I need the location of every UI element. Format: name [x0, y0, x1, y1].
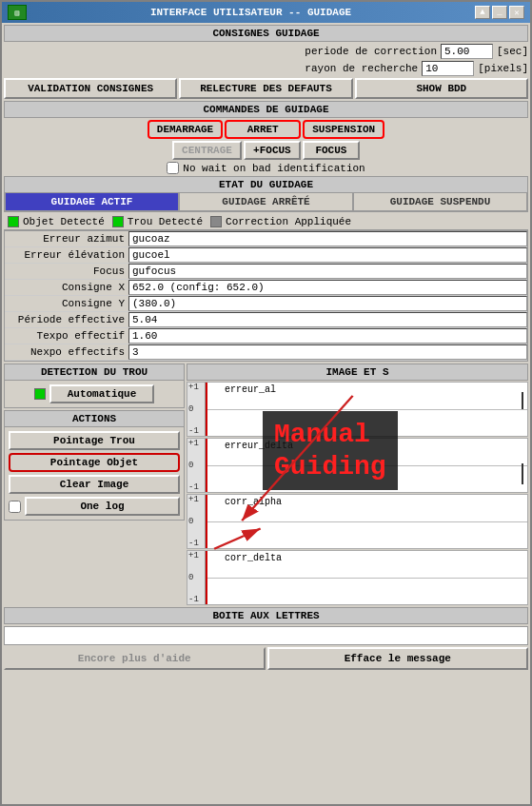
- trou-label: Trou Detecté: [128, 216, 203, 227]
- consigne-x-label: Consigne X: [5, 281, 128, 294]
- main-content: CONSIGNES GUIDAGE periode de correction …: [2, 23, 530, 804]
- relecture-defauts-button[interactable]: RELECTURE DES DEFAUTS: [179, 78, 352, 99]
- demarrage-button[interactable]: DEMARRAGE: [148, 120, 223, 139]
- consigne-y-value: (380.0): [128, 296, 527, 311]
- show-bdd-button[interactable]: SHOW BDD: [355, 78, 528, 99]
- title-bar: ▤ INTERFACE UTILISATEUR -- GUIDAGE ▲ _ ✕: [2, 2, 530, 23]
- arret-button[interactable]: ARRET: [225, 120, 301, 139]
- chart3-y-plus: +1: [188, 495, 204, 504]
- consigne-y-label: Consigne Y: [5, 297, 128, 310]
- maximize-button[interactable]: _: [492, 6, 507, 19]
- boite-content: [4, 626, 528, 645]
- title-bar-buttons: ▲ _ ✕: [475, 6, 524, 19]
- chart2-bar: [206, 439, 207, 492]
- one-log-checkbox[interactable]: [9, 501, 21, 513]
- focus-button[interactable]: FOCUS: [303, 141, 360, 160]
- one-log-button[interactable]: One log: [25, 497, 180, 516]
- chart1-bar: [206, 383, 207, 436]
- actions-section: ACTIONS Pointage Trou Pointage Objet Cle…: [4, 410, 185, 521]
- auto-led: [34, 388, 46, 400]
- chart-corr-alpha: +1 0 -1 corr_alpha: [187, 494, 528, 549]
- chart3-bar: [206, 495, 207, 548]
- boite-header: BOITE AUX LETTRES: [4, 607, 528, 624]
- detection-content: Automatique: [5, 381, 184, 407]
- footer-row: Encore plus d'aide Efface le message: [4, 647, 528, 670]
- chart1-y-plus: +1: [188, 383, 204, 392]
- chart3-y-minus: -1: [188, 539, 204, 548]
- correction-led: [210, 216, 222, 227]
- periode-eff-label: Période effective: [5, 313, 128, 326]
- no-wait-label: No wait on bad identification: [183, 163, 365, 174]
- texpo-label: Texpo effectif: [5, 329, 128, 343]
- data-section: Erreur azimut gucoaz Erreur élévation gu…: [4, 230, 528, 362]
- chart1-spike: [522, 392, 523, 409]
- chart1-y-minus: -1: [188, 426, 204, 436]
- focus-row: Focus gufocus: [5, 264, 527, 280]
- suspension-button[interactable]: SUSPENSION: [303, 120, 384, 139]
- chart1-y-zero: 0: [188, 404, 204, 414]
- pointage-trou-button[interactable]: Pointage Trou: [9, 431, 180, 450]
- guidage-arrete-button[interactable]: GUIDAGE ARRÊTÉ: [179, 192, 353, 211]
- no-wait-checkbox[interactable]: [167, 162, 179, 174]
- efface-message-button[interactable]: Efface le message: [267, 647, 529, 670]
- detection-section: DETECTION DU TROU Automatique: [4, 364, 185, 408]
- erreur-elevation-value: gucoel: [128, 247, 527, 263]
- validation-row: VALIDATION CONSIGNES RELECTURE DES DEFAU…: [4, 78, 528, 99]
- guidage-suspendu-button[interactable]: GUIDAGE SUSPENDU: [353, 192, 527, 211]
- correction-label: Correction Appliquée: [226, 216, 351, 227]
- focus-label: Focus: [5, 265, 128, 278]
- etat-header: ETAT DU GUIDAGE: [5, 177, 527, 192]
- state-buttons-row: GUIDAGE ACTIF GUIDAGE ARRÊTÉ GUIDAGE SUS…: [5, 192, 527, 211]
- image-et-header: IMAGE ET S: [187, 364, 528, 381]
- nexpo-row: Nexpo effectifs 3: [5, 344, 527, 361]
- chart3-center-line: [206, 521, 527, 522]
- chart2-y-zero: 0: [188, 461, 204, 470]
- objet-label: Objet Detecté: [23, 216, 105, 227]
- periode-row: periode de correction [sec]: [4, 44, 528, 59]
- indicators-row: Objet Detecté Trou Detecté Correction Ap…: [4, 214, 528, 230]
- close-button[interactable]: ✕: [509, 6, 524, 19]
- chart4-y-zero: 0: [188, 573, 204, 582]
- left-panel: DETECTION DU TROU Automatique ACTIONS Po…: [4, 364, 185, 605]
- rayon-label: rayon de recherche: [4, 63, 422, 74]
- plus-focus-button[interactable]: +FOCUS: [244, 141, 301, 160]
- consigne-x-row: Consigne X 652.0 (config: 652.0): [5, 280, 527, 296]
- rayon-unit: [pixels]: [474, 63, 528, 74]
- chart3-y-zero: 0: [188, 517, 204, 526]
- title-text: INTERFACE UTILISATEUR -- GUIDAGE: [150, 7, 351, 18]
- clear-image-button[interactable]: Clear Image: [9, 475, 180, 494]
- trou-led: [112, 216, 124, 227]
- objet-led: [8, 216, 19, 227]
- commandes-btn-row2: CENTRAGE +FOCUS FOCUS: [4, 141, 528, 160]
- periode-eff-value: 5.04: [128, 312, 527, 327]
- one-log-row: One log: [9, 497, 180, 516]
- nexpo-value: 3: [128, 344, 527, 360]
- pointage-objet-button[interactable]: Pointage Objet: [9, 453, 180, 472]
- title-bar-icon: ▤: [8, 5, 27, 20]
- encore-aide-button[interactable]: Encore plus d'aide: [4, 647, 266, 670]
- chart1-label: erreur_al: [225, 384, 276, 395]
- validation-consignes-button[interactable]: VALIDATION CONSIGNES: [4, 78, 177, 99]
- auto-button[interactable]: Automatique: [49, 384, 154, 403]
- texpo-row: Texpo effectif 1.60: [5, 328, 527, 344]
- chart1-y-labels: +1 0 -1: [187, 383, 205, 436]
- detection-header: DETECTION DU TROU: [5, 364, 184, 381]
- rayon-input[interactable]: [422, 61, 474, 76]
- main-window: ▤ INTERFACE UTILISATEUR -- GUIDAGE ▲ _ ✕…: [0, 0, 532, 806]
- auto-row: Automatique: [9, 384, 180, 403]
- erreur-elevation-label: Erreur élévation: [5, 248, 128, 262]
- minimize-button[interactable]: ▲: [475, 6, 490, 19]
- nexpo-label: Nexpo effectifs: [5, 345, 128, 359]
- chart4-center-line: [206, 578, 527, 579]
- chart4-body: corr_delta: [205, 551, 527, 604]
- chart2-y-labels: +1 0 -1: [187, 439, 205, 492]
- centrage-button[interactable]: CENTRAGE: [172, 141, 242, 160]
- trou-indicator: Trou Detecté: [112, 216, 203, 227]
- manual-guiding-overlay: Manual Guiding: [263, 411, 398, 490]
- guidage-actif-button[interactable]: GUIDAGE ACTIF: [5, 192, 179, 211]
- periode-unit: [sec]: [493, 46, 528, 57]
- consigne-x-value: 652.0 (config: 652.0): [128, 280, 527, 295]
- actions-header: ACTIONS: [5, 411, 184, 427]
- periode-input[interactable]: [441, 44, 493, 59]
- chart2-spike: [522, 463, 523, 484]
